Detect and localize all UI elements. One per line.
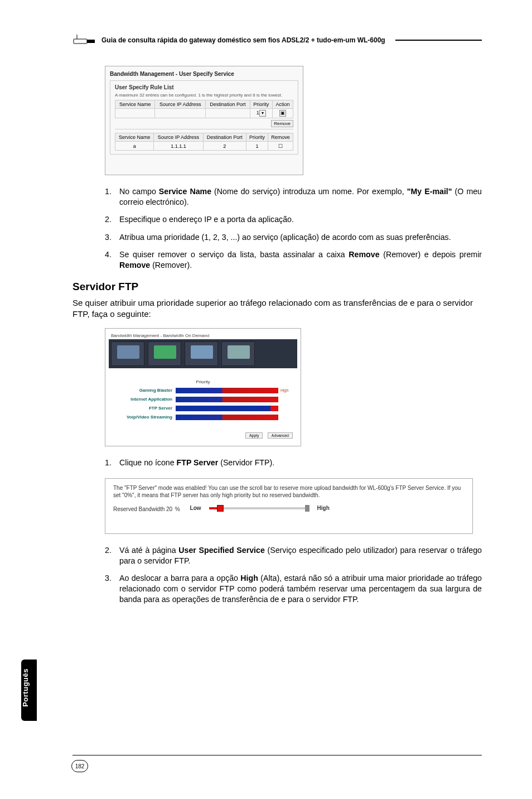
- page-number: 182: [71, 760, 88, 772]
- th-dst: Destination Port: [206, 100, 250, 109]
- th2-service: Service Name: [115, 133, 154, 142]
- low-label: Low: [190, 505, 201, 511]
- row-dst: 2: [203, 142, 246, 151]
- tile-voip[interactable]: [221, 341, 255, 366]
- row-ftp-bar[interactable]: [176, 406, 278, 411]
- list2-item3: Ao deslocar a barra para a opção High (A…: [119, 573, 482, 605]
- th2-remove: Remove: [268, 133, 293, 142]
- row-gaming-high: High: [278, 388, 292, 392]
- row-voip-bar[interactable]: [176, 415, 278, 420]
- row-ftp-label: FTP Server: [114, 406, 176, 411]
- row-remove-check[interactable]: ☐: [268, 142, 293, 151]
- dropdown-icon[interactable]: ▾: [259, 110, 266, 117]
- input-dst-port[interactable]: [206, 109, 250, 118]
- th-act: Action: [272, 100, 293, 109]
- section-ftp-heading: Servidor FTP: [72, 281, 482, 293]
- th2-src: Source IP Address: [154, 133, 203, 142]
- th-pri: Priority: [250, 100, 272, 109]
- ss1-window-title: Bandwidth Management - User Specify Serv…: [110, 71, 298, 77]
- ss1-subtitle: User Specify Rule List: [115, 84, 298, 90]
- list1-item4: Se quiser remover o serviço da lista, ba…: [119, 249, 482, 271]
- tile-ftp[interactable]: [185, 341, 218, 366]
- l2-num-3: 3.: [105, 573, 119, 605]
- reserved-bw-pct: %: [175, 506, 180, 512]
- input-service-name[interactable]: [115, 109, 155, 118]
- list2-item1: Clique no ícone FTP Server (Servidor FTP…: [119, 458, 482, 468]
- list1-item3: Atribua uma prioridade (1, 2, 3, ...) ao…: [119, 232, 482, 243]
- ftp-intro: Se quiser atribuir uma prioridade superi…: [72, 297, 482, 320]
- screenshot-user-specify: Bandwidth Management - User Specify Serv…: [105, 66, 303, 175]
- screenshot-bandwidth-demand: Bandwidth Management - Bandwidth On Dema…: [105, 328, 301, 446]
- tile-gaming[interactable]: [111, 341, 144, 366]
- svg-rect-1: [74, 39, 87, 44]
- slider-thumb-icon[interactable]: [217, 505, 224, 512]
- ss2-title: Bandwidth Management - Bandwidth On Dema…: [109, 332, 297, 339]
- footer-rule: [72, 755, 482, 755]
- apply-button[interactable]: Apply: [245, 432, 263, 439]
- add-icon[interactable]: ▣: [279, 110, 286, 117]
- remove-button[interactable]: Remove: [271, 120, 293, 127]
- ss1-desc: A maximum 32 entries can be configured. …: [115, 93, 298, 98]
- l2-num-1: 1.: [105, 458, 119, 468]
- row-ia-bar[interactable]: [176, 397, 278, 402]
- tile-internet[interactable]: [148, 341, 181, 366]
- th-service: Service Name: [115, 100, 155, 109]
- select-priority[interactable]: 1▾: [250, 109, 272, 118]
- row-pri: 1: [246, 142, 268, 151]
- list1-item2: Especifique o endereço IP e a porta da a…: [119, 214, 482, 225]
- row-voip-label: Voip/Video Streaming: [114, 415, 176, 420]
- row-ia-label: Internet Application: [114, 397, 176, 402]
- l2-num-2: 2.: [105, 545, 119, 566]
- language-tab-label: Português: [21, 660, 37, 716]
- input-src-ip[interactable]: [155, 109, 206, 118]
- th2-dst: Destination Port: [203, 133, 246, 142]
- reserved-bw-label: Reserved Bandwidth 20: [113, 506, 172, 512]
- th2-pri: Priority: [246, 133, 268, 142]
- header-rule: [395, 40, 482, 41]
- num-3: 3.: [105, 232, 119, 243]
- router-icon: [72, 33, 95, 47]
- num-2: 2.: [105, 214, 119, 225]
- num-4: 4.: [105, 249, 119, 271]
- row-gaming-bar[interactable]: [176, 388, 278, 393]
- advanced-button[interactable]: Advanced: [268, 432, 293, 439]
- th-src: Source IP Address: [155, 100, 206, 109]
- ss3-text: The "FTP Server" mode was enabled! You c…: [113, 484, 465, 499]
- slider-end-icon: [305, 505, 309, 512]
- list2-item2: Vá até à página User Specified Service (…: [119, 545, 482, 566]
- row-gaming-label: Gaming Blaster: [114, 388, 176, 393]
- num-1: 1.: [105, 186, 119, 208]
- language-tab: Português: [21, 660, 37, 721]
- high-label: High: [317, 505, 330, 511]
- priority-label: Priority: [114, 379, 292, 384]
- row-src: 1.1.1.1: [154, 142, 203, 151]
- screenshot-reserved-bandwidth: The "FTP Server" mode was enabled! You c…: [105, 478, 473, 534]
- header-title: Guia de consulta rápida do gateway domés…: [101, 36, 385, 44]
- bandwidth-slider[interactable]: [209, 504, 309, 512]
- row-name: a: [115, 142, 154, 151]
- list1-item1: No campo Service Name (Nome do serviço) …: [119, 186, 482, 208]
